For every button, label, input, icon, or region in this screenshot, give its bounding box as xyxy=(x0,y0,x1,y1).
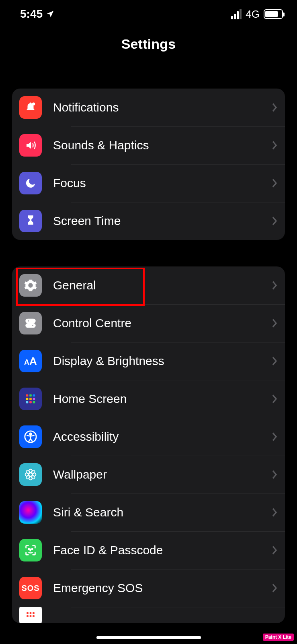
chevron-right-icon xyxy=(271,356,278,366)
chevron-right-icon xyxy=(271,216,278,226)
row-label: Emergency SOS xyxy=(53,581,271,595)
chevron-right-icon xyxy=(271,103,278,112)
grid-icon xyxy=(19,388,42,410)
page-header: Settings xyxy=(0,36,297,52)
network-label: 4G xyxy=(246,8,260,21)
svg-point-31 xyxy=(30,615,32,617)
chevron-right-icon xyxy=(271,545,278,555)
settings-row-partial[interactable] xyxy=(12,607,285,623)
settings-row-wallpaper[interactable]: Wallpaper xyxy=(12,456,285,493)
sos-icon: SOS xyxy=(19,577,42,599)
svg-rect-6 xyxy=(29,394,32,397)
svg-rect-9 xyxy=(29,398,32,400)
row-label: Control Centre xyxy=(53,316,271,330)
row-label: Siri & Search xyxy=(53,506,271,519)
svg-point-30 xyxy=(27,615,29,617)
bell-icon xyxy=(19,96,42,119)
moon-icon xyxy=(19,172,42,194)
svg-point-27 xyxy=(27,612,29,614)
chevron-right-icon xyxy=(271,432,278,442)
svg-rect-5 xyxy=(26,394,29,397)
svg-point-26 xyxy=(32,549,33,549)
svg-rect-13 xyxy=(33,401,35,404)
battery-icon xyxy=(264,9,283,19)
row-label: Notifications xyxy=(53,101,271,114)
svg-rect-8 xyxy=(26,398,29,400)
chevron-right-icon xyxy=(271,470,278,479)
svg-point-2 xyxy=(27,320,30,322)
chevron-right-icon xyxy=(271,178,278,188)
chevron-right-icon xyxy=(271,140,278,150)
settings-row-accessibility[interactable]: Accessibility xyxy=(12,418,285,456)
exposure-icon xyxy=(19,607,42,623)
accessibility-icon xyxy=(19,425,42,448)
hourglass-icon xyxy=(19,210,42,232)
status-right: 4G xyxy=(231,8,283,21)
flower-icon xyxy=(19,463,42,486)
settings-row-display[interactable]: AA Display & Brightness xyxy=(12,342,285,380)
svg-point-15 xyxy=(30,433,31,435)
settings-group-1: Notifications Sounds & Haptics Focus Scr… xyxy=(12,89,285,240)
svg-point-32 xyxy=(33,615,35,617)
chevron-right-icon xyxy=(271,281,278,290)
siri-icon xyxy=(19,501,42,524)
settings-row-sounds[interactable]: Sounds & Haptics xyxy=(12,126,285,164)
settings-row-sos[interactable]: SOS Emergency SOS xyxy=(12,569,285,607)
row-label: Home Screen xyxy=(53,392,271,406)
toggles-icon xyxy=(19,312,42,334)
settings-row-siri[interactable]: Siri & Search xyxy=(12,493,285,531)
row-label: Sounds & Haptics xyxy=(53,138,271,152)
aa-icon: AA xyxy=(19,350,42,372)
svg-point-16 xyxy=(29,473,32,476)
settings-row-controlcentre[interactable]: Control Centre xyxy=(12,304,285,342)
row-label: Screen Time xyxy=(53,214,271,228)
settings-row-general[interactable]: General xyxy=(12,266,285,304)
row-label: Focus xyxy=(53,176,271,190)
svg-point-29 xyxy=(33,612,35,614)
settings-row-focus[interactable]: Focus xyxy=(12,164,285,202)
status-time: 5:45 xyxy=(20,8,43,21)
status-left: 5:45 xyxy=(20,8,55,21)
page-title: Settings xyxy=(0,36,297,52)
svg-point-28 xyxy=(30,612,32,614)
svg-rect-10 xyxy=(33,398,35,400)
speaker-icon xyxy=(19,134,42,157)
svg-rect-7 xyxy=(33,394,35,397)
watermark: Paint X Lite xyxy=(263,634,294,641)
home-indicator[interactable] xyxy=(96,636,201,639)
row-label: Display & Brightness xyxy=(53,354,271,368)
svg-rect-12 xyxy=(29,401,32,404)
row-label: General xyxy=(53,279,271,292)
faceid-icon xyxy=(19,539,42,561)
gear-icon xyxy=(19,274,42,297)
chevron-right-icon xyxy=(271,394,278,404)
settings-row-screentime[interactable]: Screen Time xyxy=(12,202,285,240)
settings-group-2: General Control Centre AA Display & Brig… xyxy=(12,266,285,623)
settings-row-faceid[interactable]: Face ID & Passcode xyxy=(12,531,285,569)
svg-point-25 xyxy=(29,549,29,549)
settings-row-notifications[interactable]: Notifications xyxy=(12,89,285,126)
chevron-right-icon xyxy=(271,508,278,517)
row-label: Wallpaper xyxy=(53,468,271,481)
svg-point-0 xyxy=(32,103,35,106)
settings-list: Notifications Sounds & Haptics Focus Scr… xyxy=(12,89,285,644)
row-label: Face ID & Passcode xyxy=(53,543,271,557)
settings-row-homescreen[interactable]: Home Screen xyxy=(12,380,285,418)
row-label: Accessibility xyxy=(53,430,271,444)
chevron-right-icon xyxy=(271,318,278,328)
chevron-right-icon xyxy=(271,583,278,593)
location-icon xyxy=(46,10,55,19)
status-bar: 5:45 4G xyxy=(0,0,297,28)
svg-point-4 xyxy=(32,324,34,327)
signal-icon xyxy=(231,9,242,19)
svg-rect-11 xyxy=(26,401,29,404)
